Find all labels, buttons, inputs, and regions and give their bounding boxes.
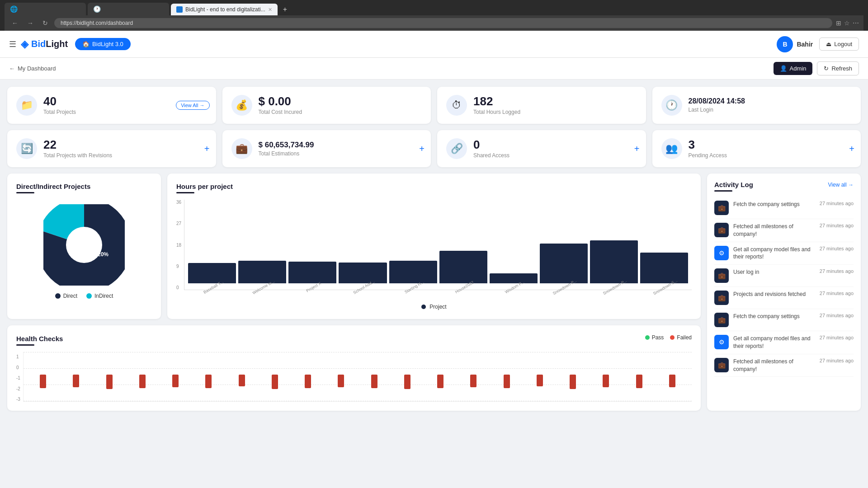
indirect-legend-dot (86, 293, 92, 299)
bar-fill (540, 244, 588, 283)
last-login-label: Last Login (689, 107, 852, 113)
pie-chart-card: Direct/Indirect Projects (7, 174, 161, 319)
fail-label: Failed (677, 334, 692, 341)
pass-label: Pass (652, 334, 664, 341)
refresh-button[interactable]: ↻ Refresh (817, 61, 859, 75)
charts-row: Direct/Indirect Projects (7, 174, 701, 319)
bidlight-version-button[interactable]: 🏠 BidLight 3.0 (75, 38, 131, 50)
add-revision-button[interactable]: + (204, 144, 210, 154)
last-login-value: 28/08/2024 14:58 (689, 98, 852, 105)
view-all-projects-button[interactable]: View All → (176, 101, 209, 110)
history-tab[interactable]: 🕐 (88, 3, 169, 15)
stats-row-1: 📁 40 Total Projects View All → 💰 $ 0.00 … (7, 87, 861, 124)
shared-value: 0 (473, 139, 637, 150)
health-bar-col-9 (292, 352, 324, 401)
activity-icon-4: 💼 (714, 268, 729, 283)
active-tab[interactable]: BidLight - end to end digitalizati... ✕ (171, 4, 278, 15)
bar-legend-dot (421, 305, 426, 309)
tab-close-btn[interactable]: ✕ (268, 7, 272, 13)
add-shared-button[interactable]: + (634, 144, 640, 154)
estimations-icon: 💼 (231, 138, 252, 159)
stat-card-hours: ⏱ 182 Total Hours Logged (437, 87, 646, 124)
health-bar-col-6 (193, 352, 224, 401)
health-bar-col-1 (27, 352, 59, 401)
activity-log-title: Activity Log (714, 181, 753, 188)
view-all-activity-link[interactable]: View all → (828, 182, 854, 188)
health-title: Health Checks (16, 335, 63, 343)
refresh-label: Refresh (831, 65, 852, 72)
reload-button[interactable]: ↻ (40, 18, 51, 28)
logo[interactable]: ◈ BidLight (21, 38, 68, 50)
bar-legend-label: Project (429, 304, 446, 310)
activity-time-5: 27 minutes ago (820, 291, 854, 296)
bar-fill (439, 251, 487, 283)
back-button[interactable]: ← (9, 18, 21, 28)
estimations-label: Total Estimations (259, 150, 422, 157)
bar-chart-title: Hours per project (176, 183, 692, 190)
health-bar-col-5 (160, 352, 191, 401)
pie-legend: Direct InDirect (55, 293, 113, 299)
direct-legend-label: Direct (63, 293, 77, 299)
pending-value: 3 (689, 139, 852, 150)
activity-item-1: 💼 Fetch the company settings 27 minutes … (714, 197, 854, 219)
bar-chart-underline (176, 192, 194, 193)
health-bars (23, 352, 692, 402)
admin-button[interactable]: 👤 Admin (774, 62, 813, 75)
activity-time-7: 27 minutes ago (820, 335, 854, 340)
bar-snowdown2: Snowdown P... (590, 240, 638, 290)
star-icon[interactable]: ☆ (844, 19, 850, 27)
activity-time-3: 27 minutes ago (820, 246, 854, 251)
forward-button[interactable]: → (24, 18, 36, 28)
total-projects-label: Total Projects (43, 109, 207, 115)
add-pending-button[interactable]: + (849, 144, 854, 154)
breadcrumb[interactable]: ← My Dashboard (9, 65, 56, 72)
stats-row-2: 🔄 22 Total Projects with Revisions + 💼 $… (7, 130, 861, 167)
bar-snowdowns: Snowdown S... (640, 253, 688, 290)
bar-wisdom: Wisdom P... (490, 273, 538, 290)
main-content: 📁 40 Total Projects View All → 💰 $ 0.00 … (0, 80, 868, 418)
browser-chrome: 🌐 🕐 BidLight - end to end digitalizati..… (0, 0, 868, 31)
activity-icon-8: 💼 (714, 358, 729, 372)
cast-icon[interactable]: ⊞ (836, 19, 841, 27)
activity-item-3: ⚙ Get all company model files and their … (714, 242, 854, 265)
new-tab-button[interactable]: + (279, 4, 291, 15)
sidebar-toggle-button[interactable]: ☰ (9, 39, 16, 49)
activity-time-8: 27 minutes ago (820, 358, 854, 363)
inactive-tab[interactable]: 🌐 (5, 3, 86, 15)
activity-icon-6: 💼 (714, 313, 729, 327)
health-bar-col-11 (358, 352, 390, 401)
user-info: B Bahir (777, 36, 813, 52)
health-y-axis: 10-1-2-3 (16, 352, 23, 402)
bar-school: School Add... (339, 263, 387, 290)
logout-icon: ⏏ (826, 41, 831, 47)
indirect-legend: InDirect (86, 293, 113, 299)
shared-action: + (634, 144, 640, 154)
bar-chart-card: Hours per project 36271890 Bas (167, 174, 701, 319)
bar-fill (640, 253, 688, 283)
direct-legend: Direct (55, 293, 77, 299)
bar-projectx: Project X (288, 262, 336, 290)
indirect-legend-label: InDirect (94, 293, 113, 299)
health-underline (16, 344, 34, 346)
logout-button[interactable]: ⏏ Logout (819, 38, 859, 51)
health-bar-col-16 (524, 352, 556, 401)
more-icon[interactable]: ⋯ (853, 19, 859, 27)
activity-item-5: 💼 Projects and revisions fetched 27 minu… (714, 287, 854, 309)
admin-icon: 👤 (780, 65, 787, 72)
charts-activity-row: Direct/Indirect Projects (7, 174, 861, 411)
activity-time-1: 27 minutes ago (820, 201, 854, 206)
activity-time-6: 27 minutes ago (820, 313, 854, 318)
bar-snowdown1: Snowdown P... (540, 244, 588, 290)
add-estimation-button[interactable]: + (419, 144, 425, 154)
health-bar-col-10 (325, 352, 357, 401)
activity-item-6: 💼 Fetch the company settings 27 minutes … (714, 309, 854, 331)
browser-action-buttons: ⊞ ☆ ⋯ (836, 19, 859, 27)
pending-icon: 👥 (661, 138, 682, 159)
activity-text-6: Fetch the company settings (733, 313, 815, 320)
estimations-value: $ 60,653,734.99 (259, 141, 422, 149)
activity-icon-2: 💼 (714, 223, 729, 237)
total-projects-action: View All → (176, 101, 209, 110)
health-bar-col-12 (392, 352, 423, 401)
activity-icon-5: 💼 (714, 291, 729, 305)
url-bar[interactable] (54, 18, 832, 28)
